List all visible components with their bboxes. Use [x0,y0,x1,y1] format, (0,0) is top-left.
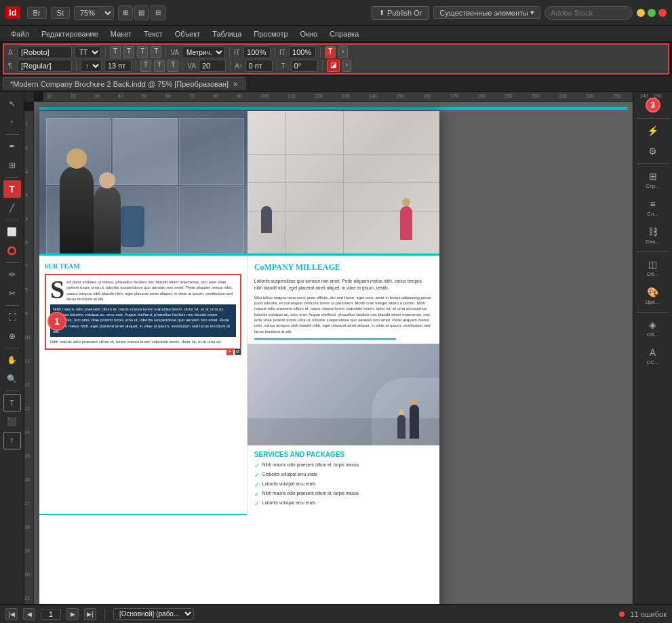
tool-pen[interactable]: ✒ [3,138,21,155]
canvas-content[interactable]: 6UR TEAM S ed dolor sodales ut metus, ph… [34,102,633,604]
rotate-input[interactable] [291,60,318,72]
stairs-photo [248,111,439,254]
h-scale-input[interactable] [289,46,316,58]
expand-btn-2[interactable]: › [342,60,351,72]
baseline-input[interactable] [245,60,273,72]
team-text-box[interactable]: S ed dolor sodales ut metus, phasellus f… [45,274,241,350]
menu-file[interactable]: Файл [5,28,35,39]
align-justify-btn[interactable]: T [151,46,161,58]
metric-select[interactable]: Метрич. [182,46,225,58]
page-state-select[interactable]: [Основной] (рабо... [113,608,194,620]
essential-button[interactable]: Существенные элементы ▾ [433,6,540,19]
menu-table[interactable]: Таблица [207,28,247,39]
menu-object[interactable]: Объект [170,28,205,39]
service-item-2: ✓ Clobortis volutpat arcu erats [254,472,433,479]
publish-button[interactable]: ⬆ Publish Or [372,6,429,20]
menu-layout[interactable]: Макет [105,28,137,39]
menu-help[interactable]: Справка [324,28,364,39]
cyan-accent-line [254,338,396,340]
nav-first-btn[interactable]: |◀ [5,608,18,620]
tool-pencil[interactable]: ✏ [3,266,21,283]
person-silhouette-2 [94,186,121,254]
publish-label: Publish Or [387,9,422,17]
zoom-select[interactable]: 75% 100% 50% [74,6,114,20]
character-toolbar: A TT T T T T VA Метрич. IT IT T › ¶ ↑ [3,43,669,75]
tool-scissors[interactable]: ✂ [3,285,21,302]
font-size-unit[interactable]: ↑ [81,60,102,72]
rp-links-btn[interactable]: ⛓ Свя... [633,222,672,249]
tool-content-tools[interactable]: ⬛ [3,413,21,430]
menu-edit[interactable]: Редактирование [36,28,104,39]
font-family-input[interactable] [18,46,72,58]
toolbar-row-2: ¶ ↑ T T T VA A↑ T ◪ › [8,60,664,72]
minimize-button[interactable] [637,9,645,17]
view-btn-2[interactable]: ▤ [134,5,149,20]
rp-lightning-btn[interactable]: ⚡ [633,121,672,140]
rp-object-btn[interactable]: ◫ Об... [633,255,672,281]
tool-ellipse[interactable]: ⭕ [3,242,21,260]
maximize-button[interactable] [648,9,656,17]
align-left-btn[interactable]: T [110,46,121,58]
tool-place-content[interactable]: T [3,432,21,449]
rp-styles-btn[interactable]: A СС... [633,343,672,369]
close-button[interactable] [658,9,667,17]
font-style-input[interactable] [18,60,72,72]
stock-button[interactable]: St [51,7,70,19]
tool-frame-type[interactable]: T [3,394,21,411]
ruler-row: 10 20 30 40 50 60 70 80 90 100 110 120 1… [24,92,633,102]
nav-next-btn[interactable]: ▶ [66,608,79,620]
menu-text[interactable]: Текст [138,28,168,39]
tracking-input[interactable] [199,60,226,72]
scale-label-2: IT [279,49,286,56]
tool-direct-select[interactable]: ↑ [3,114,21,132]
service-item-5: ✓ Lobortis volutpat arcu erats [254,500,433,507]
view-btn-1[interactable]: ⊞ [118,5,133,20]
rp-color-btn[interactable]: 🎨 Цве... [633,283,672,309]
adobe-stock-search[interactable] [545,6,633,20]
tool-color[interactable]: ⊕ [3,327,21,345]
menu-window[interactable]: Окно [295,28,323,39]
expand-btn[interactable]: › [338,46,347,58]
rp-effects-btn[interactable]: ◈ Об... [633,315,672,342]
page-header-image [39,111,439,254]
nav-prev-btn[interactable]: ◀ [23,608,35,620]
menu-view[interactable]: Просмотр [248,28,293,39]
tool-select[interactable]: ↖ [3,95,21,113]
text-align-btn-1[interactable]: T [140,60,151,72]
bridge-button[interactable]: Br [27,7,47,19]
rp-gear-btn[interactable]: ⚙ [633,142,672,161]
company-body-1: Lobortis suspendisse quo aenean non amet… [254,278,431,292]
rp-pages-btn[interactable]: ⊞ Стр... [633,167,672,193]
tool-zoom[interactable]: 🔍 [3,370,21,388]
bold-t-btn[interactable]: T [325,46,336,58]
tool-line[interactable]: ╱ [3,199,21,217]
rp-layers-label: Сл... [647,211,658,217]
rp-callout-3-wrapper: 3 [633,95,672,115]
view-btn-3[interactable]: ⊟ [151,5,165,20]
color-btn[interactable]: ◪ [327,60,340,72]
align-right-btn[interactable]: T [137,46,148,58]
tool-hand[interactable]: ✋ [3,351,21,369]
text-align-btn-2[interactable]: T [154,60,165,72]
font-size-input[interactable] [104,60,132,72]
close-tab-btn[interactable]: ✕ [233,81,238,88]
person-silhouette-1 [60,165,94,254]
app-logo: Id [5,6,20,19]
tool-rectangle[interactable]: ⬜ [3,223,21,241]
overflow-plus: + [226,348,233,355]
tool-sep-3 [5,220,19,220]
service-item-4: ✓ Nibh mauris odio praesent cillum et, t… [254,491,433,498]
font-type-select[interactable]: TT [75,46,101,58]
rp-layers-btn[interactable]: ≡ Сл... [633,195,672,221]
overflow-indicators: + Ø [226,348,241,355]
tool-type[interactable]: T [3,180,21,198]
v-scale-input[interactable] [243,46,271,58]
tool-gradient[interactable]: ⛶ [3,308,21,326]
page-number-input[interactable] [41,609,61,620]
text-align-btn-3[interactable]: T [167,60,178,72]
nav-last-btn[interactable]: ▶| [84,608,96,620]
va-label-2: VA [187,62,196,70]
tool-add-anchor[interactable]: ⊞ [3,157,21,174]
document-tab[interactable]: *Modern Company Brochure 2 Back.indd @ 7… [3,77,245,90]
align-center-btn[interactable]: T [123,46,134,58]
